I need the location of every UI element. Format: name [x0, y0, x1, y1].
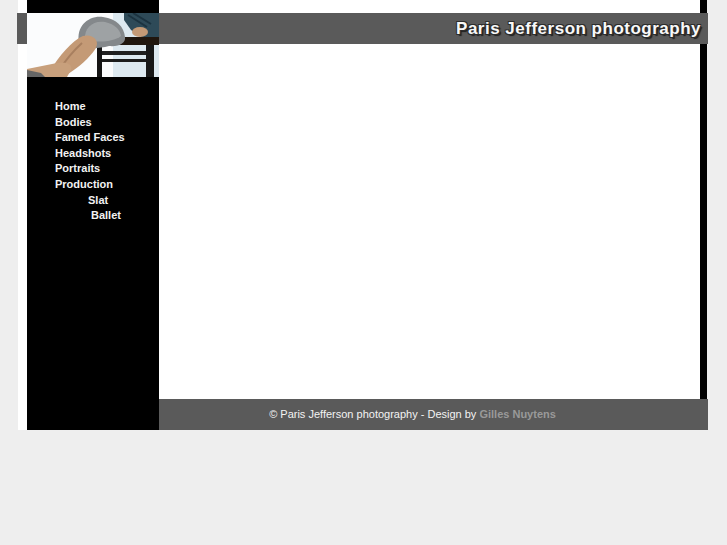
- sidebar-item-headshots[interactable]: Headshots: [55, 147, 111, 159]
- content-area: [159, 44, 700, 399]
- designer-link[interactable]: Gilles Nuytens: [479, 408, 555, 420]
- sidebar: Home Bodies Famed Faces Headshots Portra…: [27, 0, 159, 430]
- menu-row: Home: [27, 98, 159, 114]
- menu-row: Production: [27, 176, 159, 192]
- menu-row: Famed Faces: [27, 129, 159, 145]
- menu-row: Headshots: [27, 145, 159, 161]
- sidebar-item-slat[interactable]: Slat: [88, 194, 108, 206]
- banner-photo: [27, 13, 159, 77]
- footer-copyright: © Paris Jefferson photography - Design b…: [269, 408, 476, 420]
- sidebar-item-production[interactable]: Production: [55, 178, 113, 190]
- menu-row: Slat: [27, 192, 159, 208]
- sidebar-item-ballet[interactable]: Ballet: [91, 209, 121, 221]
- photo-artwork: [27, 13, 159, 77]
- sidebar-item-portraits[interactable]: Portraits: [55, 162, 100, 174]
- page-background: { "window": { "width": 727, "height": 54…: [0, 0, 727, 545]
- sidebar-item-bodies[interactable]: Bodies: [55, 116, 92, 128]
- footer-bar: © Paris Jefferson photography - Design b…: [159, 399, 708, 430]
- main-menu: Home Bodies Famed Faces Headshots Portra…: [27, 98, 159, 223]
- menu-row: Bodies: [27, 114, 159, 130]
- sidebar-item-home[interactable]: Home: [55, 100, 86, 112]
- sidebar-item-famed-faces[interactable]: Famed Faces: [55, 131, 125, 143]
- menu-row: Portraits: [27, 160, 159, 176]
- menu-row: Ballet: [27, 207, 159, 223]
